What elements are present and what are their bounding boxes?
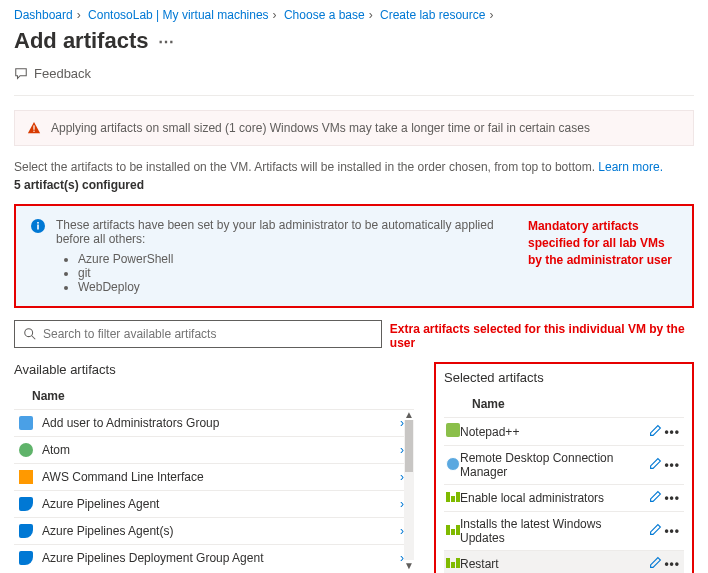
artifact-label: Azure Pipelines Deployment Group Agent (42, 551, 400, 565)
edit-icon[interactable] (649, 457, 662, 473)
info-icon (30, 218, 46, 234)
artifact-label: Azure Pipelines Agent(s) (42, 524, 400, 538)
artifact-icon (16, 442, 36, 458)
artifact-label: Azure Pipelines Agent (42, 497, 400, 511)
scroll-thumb[interactable] (405, 420, 413, 472)
learn-more-link[interactable]: Learn more. (598, 160, 663, 174)
available-row[interactable]: Azure Pipelines Agent(s)› (14, 517, 414, 544)
artifact-icon (16, 469, 36, 485)
breadcrumb-link[interactable]: Dashboard (14, 8, 73, 22)
selected-row[interactable]: Remote Desktop Connection Manager••• (444, 445, 684, 484)
selected-column-header: Name (444, 391, 684, 417)
page-title-row: Add artifacts ⋯ (14, 28, 694, 54)
artifact-icon (16, 415, 36, 431)
artifact-icon (446, 423, 460, 440)
search-box[interactable] (14, 320, 382, 348)
breadcrumb-link[interactable]: ContosoLab | My virtual machines (88, 8, 269, 22)
svg-point-5 (25, 329, 33, 337)
available-artifacts-panel: Available artifacts Name Add user to Adm… (14, 362, 414, 573)
artifact-icon (16, 550, 36, 566)
artifact-label: Atom (42, 443, 400, 457)
admin-artifact-item: Azure PowerShell (78, 252, 518, 266)
selected-row[interactable]: Restart••• (444, 550, 684, 573)
more-icon[interactable]: ••• (664, 425, 680, 439)
available-row[interactable]: Azure Pipelines Agent› (14, 490, 414, 517)
available-row[interactable]: Atom› (14, 436, 414, 463)
available-column-header: Name (14, 383, 414, 409)
more-icon[interactable]: ••• (664, 491, 680, 505)
feedback-label: Feedback (34, 66, 91, 81)
available-title: Available artifacts (14, 362, 414, 377)
artifact-label: Installs the latest Windows Updates (460, 517, 649, 545)
selected-artifacts-panel: Selected artifacts Name Notepad++•••Remo… (434, 362, 694, 573)
svg-rect-0 (33, 125, 34, 129)
warning-text: Applying artifacts on small sized (1 cor… (51, 121, 590, 135)
artifact-icon (446, 524, 460, 538)
page-more-icon[interactable]: ⋯ (158, 32, 174, 51)
annotation-selected: Extra artifacts selected for this indivi… (390, 322, 694, 350)
artifact-label: AWS Command Line Interface (42, 470, 400, 484)
configured-count: 5 artifact(s) configured (14, 178, 694, 192)
more-icon[interactable]: ••• (664, 524, 680, 538)
artifact-label: Remote Desktop Connection Manager (460, 451, 649, 479)
breadcrumb: Dashboard› ContosoLab | My virtual machi… (14, 8, 694, 22)
svg-rect-3 (37, 225, 39, 230)
scroll-up-icon[interactable]: ▲ (404, 409, 414, 420)
artifact-label: Add user to Administrators Group (42, 416, 400, 430)
artifact-label: Notepad++ (460, 425, 649, 439)
more-icon[interactable]: ••• (664, 557, 680, 571)
page-title: Add artifacts (14, 28, 148, 54)
admin-artifact-list: Azure PowerShell git WebDeploy (78, 252, 518, 294)
warning-banner: Applying artifacts on small sized (1 cor… (14, 110, 694, 146)
selected-title: Selected artifacts (444, 370, 684, 385)
edit-icon[interactable] (649, 490, 662, 506)
breadcrumb-link[interactable]: Choose a base (284, 8, 365, 22)
admin-info-box: These artifacts have been set by your la… (14, 204, 694, 308)
svg-rect-1 (33, 131, 34, 132)
artifact-icon (16, 496, 36, 512)
admin-artifact-item: WebDeploy (78, 280, 518, 294)
available-row[interactable]: AWS Command Line Interface› (14, 463, 414, 490)
artifact-icon (16, 523, 36, 539)
instruction-text: Select the artifacts to be installed on … (14, 160, 694, 174)
scrollbar[interactable]: ▲▼ (404, 409, 414, 571)
breadcrumb-link[interactable]: Create lab resource (380, 8, 485, 22)
more-icon[interactable]: ••• (664, 458, 680, 472)
available-list: Add user to Administrators Group›Atom›AW… (14, 409, 414, 571)
feedback-button[interactable]: Feedback (14, 66, 694, 81)
artifact-label: Restart (460, 557, 649, 571)
annotation-mandatory: Mandatory artifacts specified for all la… (528, 218, 678, 294)
available-row[interactable]: Azure Pipelines Deployment Group Agent› (14, 544, 414, 571)
artifact-icon (446, 557, 460, 571)
svg-line-6 (32, 336, 36, 340)
edit-icon[interactable] (649, 424, 662, 440)
admin-artifact-item: git (78, 266, 518, 280)
selected-row[interactable]: Installs the latest Windows Updates••• (444, 511, 684, 550)
warning-icon (27, 121, 41, 135)
admin-info-text: These artifacts have been set by your la… (56, 218, 518, 246)
search-input[interactable] (43, 327, 373, 341)
available-row[interactable]: Add user to Administrators Group› (14, 409, 414, 436)
search-icon (23, 327, 37, 341)
edit-icon[interactable] (649, 556, 662, 572)
artifact-label: Enable local administrators (460, 491, 649, 505)
artifact-icon (446, 457, 460, 474)
artifact-icon (446, 491, 460, 505)
selected-row[interactable]: Enable local administrators••• (444, 484, 684, 511)
selected-row[interactable]: Notepad++••• (444, 417, 684, 445)
selected-list: Notepad++•••Remote Desktop Connection Ma… (444, 417, 684, 573)
divider (14, 95, 694, 96)
edit-icon[interactable] (649, 523, 662, 539)
svg-rect-4 (37, 222, 39, 224)
scroll-down-icon[interactable]: ▼ (404, 560, 414, 571)
feedback-icon (14, 67, 28, 81)
